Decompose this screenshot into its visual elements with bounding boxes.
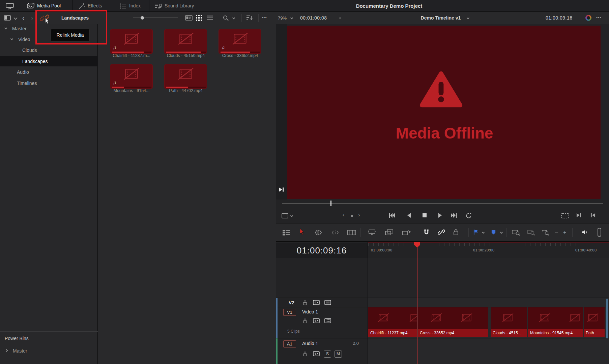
viewer-clip-timecode[interactable]: 00:01:00:08 xyxy=(300,12,327,24)
bin-list-toggle-button[interactable] xyxy=(4,15,11,21)
loop-button[interactable] xyxy=(465,212,472,218)
media-clip-clouds[interactable] xyxy=(164,29,207,54)
zoom-in-button[interactable]: + xyxy=(563,226,566,239)
replace-clip-button[interactable] xyxy=(402,229,411,236)
track-v2-enable-icon[interactable] xyxy=(324,300,331,305)
viewer-scrub-playhead[interactable] xyxy=(330,201,331,206)
timeline-view-options-button[interactable] xyxy=(282,230,291,236)
bin-tree-item-timelines[interactable]: Timelines xyxy=(0,78,98,88)
linked-selection-button[interactable] xyxy=(438,229,445,236)
audio-monitor-button[interactable] xyxy=(581,229,588,235)
audio-note-icon: ♫ xyxy=(113,45,116,50)
timeline-ruler[interactable]: 01:00:00:00 01:00:20:00 01:00:40:00 xyxy=(368,242,609,258)
viewer-overlay-button[interactable] xyxy=(281,213,289,219)
dynamic-trim-mode-button[interactable] xyxy=(331,230,339,236)
track-v2-lock-icon[interactable] xyxy=(303,300,307,305)
track-v1-enable-icon[interactable] xyxy=(324,318,331,323)
bin-tree-item-landscapes[interactable]: Landscapes xyxy=(0,56,98,66)
jog-left-icon[interactable]: ‹ xyxy=(343,212,345,218)
next-edit-icon[interactable] xyxy=(279,187,284,192)
thumbnail-zoom-slider-handle[interactable] xyxy=(141,16,144,20)
sort-button[interactable] xyxy=(246,15,253,21)
tab-sound-library[interactable]: Sound Library xyxy=(165,0,194,12)
search-button[interactable] xyxy=(223,15,229,21)
media-clip-chairlift[interactable]: ♫ xyxy=(110,29,153,54)
play-button[interactable] xyxy=(438,213,442,218)
track-v1-autoselect-icon[interactable] xyxy=(313,318,320,323)
timeline-clip-path[interactable]: Path ... xyxy=(584,307,605,337)
viewer-scrub-bar[interactable] xyxy=(282,203,603,204)
timeline-clip-cross[interactable]: Cross - 33652.mp4 xyxy=(418,307,488,337)
media-pool-options-button[interactable]: ••• xyxy=(262,12,267,24)
track-v1-name[interactable]: Video 1 xyxy=(302,307,318,316)
workspace-toggle-button[interactable] xyxy=(5,2,14,9)
timeline-timecode-box[interactable]: 01:00:09:16 xyxy=(276,243,368,258)
track-v2-label[interactable]: V2 xyxy=(289,298,294,307)
selection-mode-button[interactable] xyxy=(299,228,304,236)
timeline-zoom-full-button[interactable] xyxy=(512,230,521,236)
marker-button[interactable] xyxy=(491,229,496,235)
track-a1-badge[interactable]: A1 xyxy=(283,340,296,347)
jog-dot-icon[interactable] xyxy=(351,215,353,217)
tab-effects[interactable]: Effects xyxy=(88,0,102,12)
tree-collapsed-icon[interactable] xyxy=(5,349,8,352)
insert-clip-button[interactable] xyxy=(368,229,376,236)
viewer-overlay-chevron-icon[interactable] xyxy=(290,214,293,217)
zoom-out-button[interactable]: – xyxy=(555,226,558,239)
timeline-playhead-line[interactable] xyxy=(417,242,417,364)
position-lock-button[interactable] xyxy=(453,229,459,236)
viewer-options-button[interactable]: ••• xyxy=(596,12,602,24)
thumbnail-zoom-slider[interactable] xyxy=(133,18,178,18)
power-bins-item-master[interactable]: Master xyxy=(0,346,98,356)
list-view-button[interactable] xyxy=(206,15,213,21)
go-to-first-frame-button[interactable] xyxy=(388,212,395,218)
tree-expand-icon[interactable] xyxy=(10,37,13,40)
timeline-clip-clouds[interactable]: Clouds - 4515... xyxy=(491,307,527,337)
bin-tree-item-clouds[interactable]: Clouds xyxy=(0,45,98,55)
blade-edit-mode-button[interactable] xyxy=(347,230,356,236)
flag-button[interactable] xyxy=(473,229,478,235)
timeline-clip-mountains[interactable]: Mountains - 91545.mp4 xyxy=(528,307,583,337)
snapping-button[interactable] xyxy=(424,229,429,236)
overwrite-clip-button[interactable] xyxy=(385,229,394,236)
thumbnail-view-button[interactable] xyxy=(196,15,202,21)
media-clip-cross[interactable]: ♫ xyxy=(219,29,261,54)
track-v1-lock-icon[interactable] xyxy=(303,318,307,324)
trim-edit-mode-button[interactable] xyxy=(314,230,322,236)
viewer-zoom-level[interactable]: 79% xyxy=(278,12,287,24)
bin-label: Master xyxy=(13,346,27,356)
toolbar-divider xyxy=(241,14,242,22)
stop-button[interactable] xyxy=(422,213,427,218)
bin-back-button[interactable]: ‹ xyxy=(22,12,25,24)
next-edit-button[interactable] xyxy=(576,213,582,218)
viewer-timecode[interactable]: 01:00:09:16 xyxy=(546,12,572,24)
track-v1-badge[interactable]: V1 xyxy=(283,309,296,316)
timeline-selector[interactable]: Demo Timeline v1 xyxy=(397,12,485,24)
filmstrip-view-button[interactable] xyxy=(185,15,193,21)
bin-tree-item-audio[interactable]: Audio xyxy=(0,67,98,77)
media-clip-path[interactable] xyxy=(164,64,207,89)
tab-index[interactable]: Index xyxy=(129,0,141,12)
tree-expand-icon[interactable] xyxy=(4,27,7,29)
step-back-button[interactable] xyxy=(407,213,411,218)
track-a1-lock-icon[interactable] xyxy=(303,351,307,357)
jog-right-icon[interactable]: › xyxy=(358,212,360,218)
timeline-scrollbar[interactable] xyxy=(606,299,608,338)
timeline-clip-chairlift[interactable]: Chairlift - 11237.mp4 xyxy=(368,307,417,337)
track-v2-autoselect-icon[interactable] xyxy=(313,300,320,305)
mixer-button[interactable] xyxy=(598,228,601,237)
tab-media-pool[interactable]: Media Pool xyxy=(37,0,61,12)
go-to-last-frame-button[interactable] xyxy=(451,212,457,218)
bin-forward-button[interactable]: › xyxy=(31,12,33,24)
color-management-icon[interactable] xyxy=(585,15,591,21)
track-a1-autoselect-icon[interactable] xyxy=(313,351,320,356)
track-a1-name[interactable]: Audio 1 xyxy=(302,339,318,348)
cinema-viewer-button[interactable] xyxy=(561,213,569,218)
viewer-video-area[interactable]: Media Offline xyxy=(287,26,601,199)
track-a1-mute-button[interactable]: M xyxy=(335,351,342,358)
timeline-zoom-window-button[interactable] xyxy=(527,230,535,236)
previous-edit-button[interactable] xyxy=(590,213,596,218)
timeline-zoom-custom-button[interactable] xyxy=(542,230,550,236)
track-a1-solo-button[interactable]: S xyxy=(324,351,331,358)
media-clip-mountains[interactable]: ♫ xyxy=(110,64,153,89)
